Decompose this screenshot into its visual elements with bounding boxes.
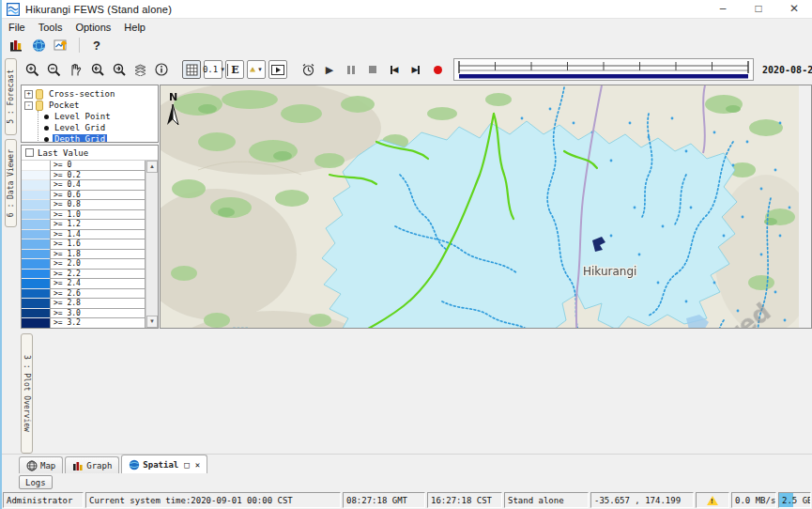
left-tab-strip: 5 : Forecast 6 : Data Viewer [2,55,19,454]
contour-interval-dropdown[interactable]: 0.1 ▼ [204,60,222,79]
layers-icon[interactable] [130,60,149,79]
explorer-tree: + Cross-section - Pocket Lev [21,85,159,143]
status-warning-cell[interactable] [696,492,729,508]
legend-class-list: >= 0 >= 0.2 >= 0.4 >= 0.6 >= 0.8 >= 1.0 … [22,161,146,328]
map-globe-icon [26,460,38,471]
scroll-up-icon[interactable]: ▲ [146,161,158,173]
legend-swatch [22,259,50,270]
record-button[interactable] [428,60,447,79]
toolbar-separator [79,38,80,53]
tree-node-label[interactable]: Pocket [47,100,82,110]
step-forward-button[interactable]: ▶ [406,60,425,79]
movie-export-button[interactable] [268,60,287,79]
tree-node-label[interactable]: Cross-section [47,89,116,99]
leaf-bullet-icon [44,126,49,131]
tab-graph[interactable]: Graph [65,456,119,473]
animation-speed-icon[interactable] [299,60,317,79]
tab-spatial-label: Spatial [143,460,178,470]
graph-chart-icon [72,460,84,471]
tab-graph-label: Graph [86,461,112,470]
pan-hand-icon[interactable] [66,60,84,79]
step-backward-button[interactable]: ◀ [385,60,404,79]
status-user: Administrator [3,492,84,508]
tab-forecast[interactable]: 5 : Forecast [5,58,17,135]
legend-swatch [22,200,50,210]
tree-node-pocket[interactable]: - Pocket [24,100,158,111]
step-backward-icon: ◀ [391,65,399,74]
spatial-display-globe-icon[interactable] [30,37,47,54]
legend-swatch [22,171,50,181]
record-icon [434,66,442,74]
pause-button[interactable] [342,60,360,79]
legend-swatch [22,289,50,300]
tree-node-level-grid[interactable]: Level Grid [42,122,158,133]
legend-row[interactable]: >= 3.2 [22,318,146,328]
status-local-time: 16:27:18 CST [427,492,502,508]
tab-data-viewer[interactable]: 6 : Data Viewer [5,139,17,227]
timeline-slider[interactable] [453,58,754,81]
memory-value: 2.5 GB [782,496,811,505]
step-forward-icon: ▶ [412,65,421,74]
expander-plus-icon[interactable]: + [24,90,33,99]
app-window: Hikurangi FEWS (Stand alone) – □ ✕ File … [0,0,812,509]
menu-file[interactable]: File [2,21,32,34]
help-button[interactable]: ? [89,39,104,53]
play-icon: ▶ [326,64,333,76]
legend-label: >= 3.2 [50,317,146,328]
status-mode: Stand alone [504,492,589,508]
last-value-checkbox[interactable] [25,148,34,157]
menu-tools[interactable]: Tools [32,21,69,34]
panel-maximize-icon[interactable]: □ [184,460,189,470]
legend-panel: Last Value >= 0 >= 0.2 >= 0.4 >= 0.6 >= … [21,145,159,329]
stop-icon [369,66,376,73]
thresholds-warning-dropdown[interactable]: ▼ [247,60,266,79]
tree-node-cross-section[interactable]: + Cross-section [24,88,158,100]
tree-node-depth-grid[interactable]: Depth Grid [42,133,158,143]
map-canvas[interactable]: API Key Required API Key Required N km [160,85,812,329]
expander-minus-icon[interactable]: - [24,101,33,110]
tab-data-viewer-label: 6 : Data Viewer [7,149,15,217]
svg-text:N: N [169,91,177,103]
stop-button[interactable] [363,60,382,79]
legend-scrollbar[interactable]: ▲ ▼ [146,161,158,328]
interval-value: 0.1 [203,65,218,74]
info-icon[interactable] [152,60,171,79]
warning-triangle-icon [250,64,255,75]
classification-button[interactable]: E [225,60,244,79]
town-label: Hikurangi [583,265,636,278]
tab-map[interactable]: Map [19,456,63,473]
timeline-current-time: 2020-08-25 00:00:00 CST [762,65,812,75]
pause-icon [347,66,355,74]
panel-close-icon[interactable]: ✕ [195,460,200,470]
scroll-down-icon[interactable]: ▼ [146,316,158,328]
menu-options[interactable]: Options [69,21,117,34]
title-bar: Hikurangi FEWS (Stand alone) – □ ✕ [2,0,812,19]
play-button[interactable]: ▶ [320,60,339,79]
main-toolbar: ? [2,35,812,55]
grid-display-button[interactable] [182,60,201,79]
legend-swatch [22,250,50,260]
tree-node-label[interactable]: Level Point [53,112,113,121]
tab-forecast-label: 5 : Forecast [7,69,15,124]
classification-label: E [227,64,241,76]
tree-node-level-point[interactable]: Level Point [42,111,158,122]
next-zoom-icon[interactable] [109,60,128,79]
tree-node-label-selected[interactable]: Depth Grid [53,134,107,143]
zoom-in-icon[interactable] [23,60,41,79]
previous-zoom-icon[interactable] [87,60,106,79]
database-viewer-icon[interactable] [8,37,24,54]
maximize-button[interactable]: □ [741,0,776,19]
logs-button[interactable]: Logs [19,475,53,489]
legend-swatch [22,270,50,280]
timeseries-dialog-icon[interactable] [53,37,69,54]
tab-plot-overview[interactable]: 3 : Plot Overview [21,333,33,454]
zoom-out-icon[interactable] [44,60,63,79]
legend-swatch [22,191,50,201]
close-button[interactable]: ✕ [776,0,812,19]
status-memory-gauge: 2.5 GB [778,492,811,508]
tab-spatial[interactable]: Spatial □ ✕ [121,455,207,473]
tree-node-label[interactable]: Level Grid [53,123,107,132]
legend-swatch [22,239,50,250]
menu-help[interactable]: Help [117,21,152,34]
minimize-button[interactable]: – [705,0,741,19]
